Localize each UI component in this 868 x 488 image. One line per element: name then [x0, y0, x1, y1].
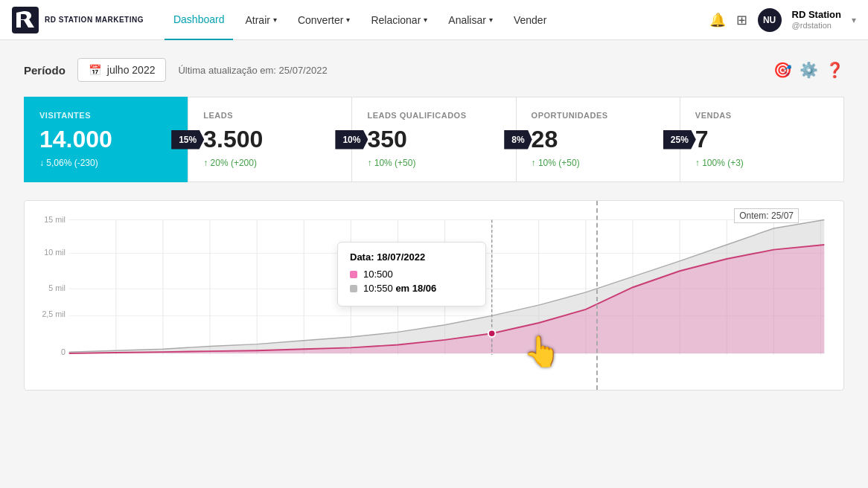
- chevron-down-icon: ▾: [489, 16, 493, 24]
- nav-right: 🔔 ⊞ NU RD Station @rdstation ▾: [709, 8, 856, 32]
- nav-links: Dashboard Atrair ▾ Converter ▾ Relaciona…: [165, 0, 709, 40]
- chevron-down-icon: ▾: [273, 16, 277, 24]
- user-handle: @rdstation: [792, 21, 841, 30]
- user-name: RD Station: [792, 9, 841, 21]
- metric-value-visitantes: 14.000: [39, 126, 173, 153]
- period-label: Período: [24, 64, 66, 77]
- chevron-down-icon: ▾: [424, 16, 427, 24]
- tooltip-value-1: 10:500: [363, 269, 393, 280]
- metric-title-leads-qualificados: LEADS QUALIFICADOS: [367, 111, 500, 120]
- metric-title-oportunidades: OPORTUNIDADES: [532, 111, 665, 120]
- logo-title: RD STATION MARKETING: [45, 16, 144, 24]
- metric-change-oportunidades: ↑ 10% (+50): [532, 158, 665, 168]
- svg-text:2,5 mil: 2,5 mil: [42, 309, 65, 318]
- tooltip-row-1: 10:500: [350, 269, 473, 280]
- main-content: Período 📅 julho 2022 Última atualização …: [0, 40, 868, 408]
- user-info: RD Station @rdstation: [792, 9, 841, 30]
- navbar: RD STATION MARKETING Dashboard Atrair ▾ …: [0, 0, 868, 40]
- nav-item-relacionar[interactable]: Relacionar ▾: [362, 0, 436, 40]
- conversion-badge-leads-qualificados: 8%: [504, 130, 532, 150]
- metric-change-vendas: ↑ 100% (+3): [695, 158, 829, 168]
- metric-card-visitantes: VISITANTES14.000↓ 5,06% (-230)15%: [24, 97, 188, 182]
- nav-item-dashboard[interactable]: Dashboard: [165, 0, 234, 40]
- period-value: julho 2022: [107, 64, 156, 76]
- avatar[interactable]: NU: [758, 8, 782, 32]
- top-icons: 🎯 ⚙️ ❓: [773, 61, 844, 79]
- metrics-row: VISITANTES14.000↓ 5,06% (-230)15%LEADS3.…: [24, 97, 844, 182]
- metric-card-vendas: VENDAS7↑ 100% (+3): [680, 97, 844, 182]
- yesterday-label: Ontem: 25/07: [734, 208, 799, 223]
- metric-change-leads: ↑ 20% (+200): [203, 158, 336, 168]
- period-picker[interactable]: 📅 julho 2022: [77, 58, 167, 82]
- nav-item-converter[interactable]: Converter ▾: [289, 0, 359, 40]
- svg-text:5 mil: 5 mil: [48, 283, 66, 292]
- metric-card-oportunidades: OPORTUNIDADES28↑ 10% (+50)25%: [516, 97, 680, 182]
- tooltip-row-2: 10:550 em 18/06: [350, 283, 473, 294]
- nav-item-atrair[interactable]: Atrair ▾: [236, 0, 285, 40]
- period-row: Período 📅 julho 2022 Última atualização …: [24, 58, 844, 82]
- metric-title-vendas: VENDAS: [695, 111, 829, 120]
- conversion-badge-visitantes: 15%: [171, 130, 204, 150]
- svg-text:0: 0: [61, 347, 66, 356]
- metric-title-leads: LEADS: [203, 111, 336, 120]
- conversion-badge-oportunidades: 25%: [663, 130, 696, 150]
- last-update: Última atualização em: 25/07/2022: [178, 65, 762, 76]
- nav-item-vender[interactable]: Vender: [505, 0, 555, 40]
- tooltip-dot-pink: [350, 271, 357, 278]
- help-icon[interactable]: ❓: [826, 61, 844, 79]
- metric-value-vendas: 7: [695, 126, 829, 153]
- svg-text:10 mil: 10 mil: [44, 248, 65, 257]
- metric-title-visitantes: VISITANTES: [39, 111, 173, 120]
- metric-card-leads: LEADS3.500↑ 20% (+200)10%: [188, 97, 351, 182]
- chart-container: Ontem: 25/07 15 mil 10 mil 5 mil 2,5 mil…: [24, 200, 844, 391]
- metric-change-visitantes: ↓ 5,06% (-230): [39, 158, 173, 168]
- tooltip-date: Data: 18/07/2022: [350, 251, 473, 263]
- metric-card-leads-qualificados: LEADS QUALIFICADOS350↑ 10% (+50)8%: [351, 97, 515, 182]
- svg-point-30: [488, 330, 496, 338]
- metric-value-leads-qualificados: 350: [367, 126, 500, 153]
- chart-tooltip: Data: 18/07/2022 10:500 10:550 em 18/06: [337, 242, 486, 306]
- calendar-icon: 📅: [89, 64, 101, 76]
- metric-change-leads-qualificados: ↑ 10% (+50): [367, 158, 500, 168]
- grid-icon[interactable]: ⊞: [736, 12, 747, 28]
- tooltip-dot-gray: [350, 285, 357, 292]
- dashed-line: [596, 201, 598, 390]
- metric-value-oportunidades: 28: [532, 126, 665, 153]
- user-menu-chevron[interactable]: ▾: [852, 15, 856, 25]
- nav-item-analisar[interactable]: Analisar ▾: [439, 0, 502, 40]
- chevron-down-icon: ▾: [346, 16, 350, 24]
- settings-icon[interactable]: ⚙️: [800, 61, 818, 79]
- tooltip-value-2: 10:550 em 18/06: [363, 283, 436, 294]
- conversion-badge-leads: 10%: [335, 130, 368, 150]
- metric-value-leads: 3.500: [203, 126, 336, 153]
- notification-icon[interactable]: 🔔: [709, 12, 726, 28]
- logo[interactable]: RD STATION MARKETING: [12, 7, 144, 33]
- svg-text:15 mil: 15 mil: [44, 215, 65, 224]
- target-icon[interactable]: 🎯: [773, 61, 792, 79]
